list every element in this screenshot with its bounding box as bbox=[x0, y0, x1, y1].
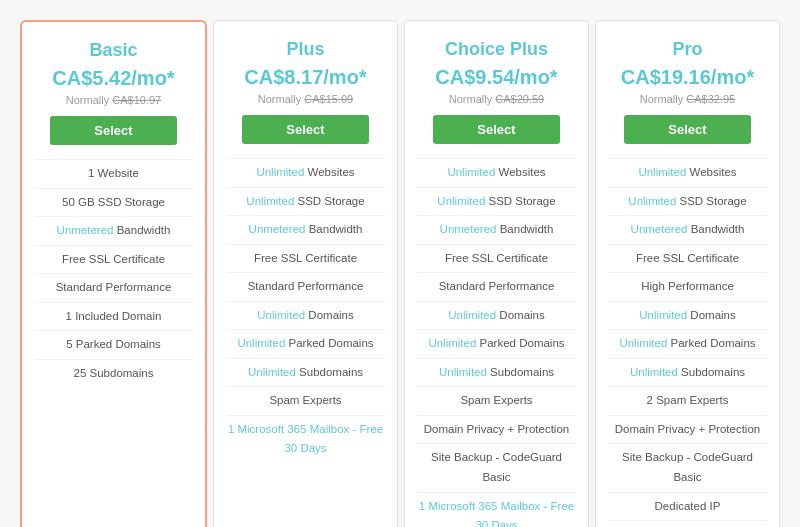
plan-normal-price-choice-plus: Normally CA$20.59 bbox=[417, 93, 576, 105]
features-list-basic: 1 Website50 GB SSD StorageUnmetered Band… bbox=[34, 159, 193, 387]
feature-item: High Performance bbox=[608, 272, 767, 301]
feature-item: Unlimited Domains bbox=[417, 301, 576, 330]
feature-item: Unlimited Domains bbox=[608, 301, 767, 330]
feature-item: Unlimited Parked Domains bbox=[226, 329, 385, 358]
feature-item: Standard Performance bbox=[226, 272, 385, 301]
feature-item: Unlimited Websites bbox=[226, 158, 385, 187]
feature-item: Domain Privacy + Protection bbox=[608, 415, 767, 444]
features-list-pro: Unlimited WebsitesUnlimited SSD StorageU… bbox=[608, 158, 767, 527]
feature-item: Unlimited Parked Domains bbox=[608, 329, 767, 358]
pricing-container: BasicCA$5.42/mo*Normally CA$10.97Select1… bbox=[20, 20, 780, 527]
plan-normal-price-pro: Normally CA$32.95 bbox=[608, 93, 767, 105]
feature-item: 1 Included Domain bbox=[34, 302, 193, 331]
feature-item: Standard Performance bbox=[34, 273, 193, 302]
feature-item: Spam Experts bbox=[226, 386, 385, 415]
feature-item: 1 Microsoft 365 Mailbox - Free 30 Days bbox=[226, 415, 385, 463]
feature-item: 50 GB SSD Storage bbox=[34, 188, 193, 217]
plan-normal-price-plus: Normally CA$15.09 bbox=[226, 93, 385, 105]
features-list-plus: Unlimited WebsitesUnlimited SSD StorageU… bbox=[226, 158, 385, 463]
plan-card-pro: ProCA$19.16/mo*Normally CA$32.95SelectUn… bbox=[595, 20, 780, 527]
feature-item: Free SSL Certificate bbox=[226, 244, 385, 273]
feature-item: Unlimited SSD Storage bbox=[417, 187, 576, 216]
plan-card-choice-plus: Choice PlusCA$9.54/mo*Normally CA$20.59S… bbox=[404, 20, 589, 527]
feature-item: Unlimited Websites bbox=[417, 158, 576, 187]
feature-item: 1 Microsoft 365 Mailbox - Free 30 Days bbox=[608, 520, 767, 527]
feature-item: 1 Microsoft 365 Mailbox - Free 30 Days bbox=[417, 492, 576, 527]
feature-item: Dedicated IP bbox=[608, 492, 767, 521]
plan-name-choice-plus: Choice Plus bbox=[417, 39, 576, 60]
feature-item: Site Backup - CodeGuard Basic bbox=[608, 443, 767, 491]
feature-item: 2 Spam Experts bbox=[608, 386, 767, 415]
plan-card-plus: PlusCA$8.17/mo*Normally CA$15.09SelectUn… bbox=[213, 20, 398, 527]
feature-item: Unlimited Domains bbox=[226, 301, 385, 330]
select-button-pro[interactable]: Select bbox=[624, 115, 751, 144]
plan-price-choice-plus: CA$9.54/mo* bbox=[417, 66, 576, 89]
feature-item: Unlimited Subdomains bbox=[417, 358, 576, 387]
select-button-basic[interactable]: Select bbox=[50, 116, 177, 145]
feature-item: Unlimited SSD Storage bbox=[608, 187, 767, 216]
feature-item: Standard Performance bbox=[417, 272, 576, 301]
plan-name-basic: Basic bbox=[34, 40, 193, 61]
feature-item: Domain Privacy + Protection bbox=[417, 415, 576, 444]
plan-price-plus: CA$8.17/mo* bbox=[226, 66, 385, 89]
feature-item: Unmetered Bandwidth bbox=[34, 216, 193, 245]
plan-normal-price-basic: Normally CA$10.97 bbox=[34, 94, 193, 106]
plan-name-plus: Plus bbox=[226, 39, 385, 60]
feature-item: Free SSL Certificate bbox=[608, 244, 767, 273]
feature-item: 1 Website bbox=[34, 159, 193, 188]
plan-price-basic: CA$5.42/mo* bbox=[34, 67, 193, 90]
feature-item: Free SSL Certificate bbox=[34, 245, 193, 274]
feature-item: Unlimited Subdomains bbox=[226, 358, 385, 387]
feature-item: Unlimited Subdomains bbox=[608, 358, 767, 387]
plan-card-basic: BasicCA$5.42/mo*Normally CA$10.97Select1… bbox=[20, 20, 207, 527]
select-button-plus[interactable]: Select bbox=[242, 115, 369, 144]
select-button-choice-plus[interactable]: Select bbox=[433, 115, 560, 144]
feature-item: Unmetered Bandwidth bbox=[608, 215, 767, 244]
features-list-choice-plus: Unlimited WebsitesUnlimited SSD StorageU… bbox=[417, 158, 576, 527]
feature-item: Unlimited SSD Storage bbox=[226, 187, 385, 216]
feature-item: Unmetered Bandwidth bbox=[417, 215, 576, 244]
feature-item: 5 Parked Domains bbox=[34, 330, 193, 359]
feature-item: Free SSL Certificate bbox=[417, 244, 576, 273]
feature-item: 25 Subdomains bbox=[34, 359, 193, 388]
feature-item: Unlimited Websites bbox=[608, 158, 767, 187]
plan-name-pro: Pro bbox=[608, 39, 767, 60]
feature-item: Site Backup - CodeGuard Basic bbox=[417, 443, 576, 491]
plan-price-pro: CA$19.16/mo* bbox=[608, 66, 767, 89]
feature-item: Unmetered Bandwidth bbox=[226, 215, 385, 244]
feature-item: Spam Experts bbox=[417, 386, 576, 415]
feature-item: Unlimited Parked Domains bbox=[417, 329, 576, 358]
